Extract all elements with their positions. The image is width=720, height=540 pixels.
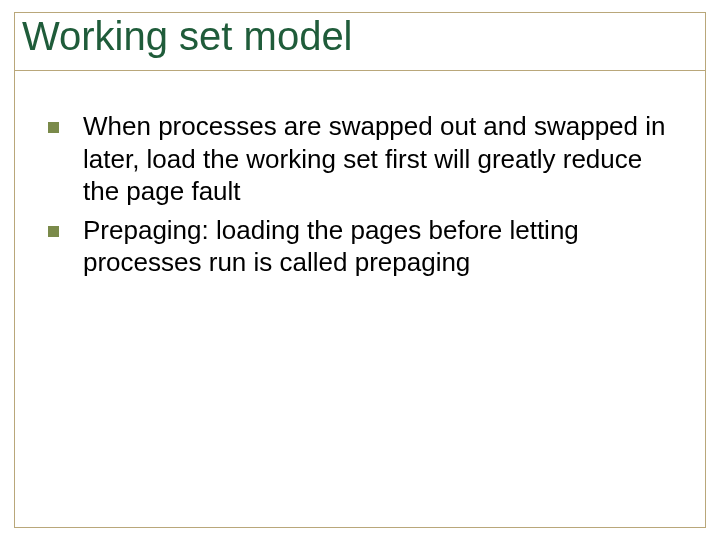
square-bullet-icon xyxy=(48,226,59,237)
bullet-text: Prepaging: loading the pages before lett… xyxy=(83,214,678,279)
list-item: Prepaging: loading the pages before lett… xyxy=(48,214,678,279)
title-underline xyxy=(14,70,706,71)
slide: Working set model When processes are swa… xyxy=(0,0,720,540)
bullet-text: When processes are swapped out and swapp… xyxy=(83,110,678,208)
slide-title: Working set model xyxy=(22,14,361,58)
slide-body: When processes are swapped out and swapp… xyxy=(48,110,678,285)
list-item: When processes are swapped out and swapp… xyxy=(48,110,678,208)
square-bullet-icon xyxy=(48,122,59,133)
